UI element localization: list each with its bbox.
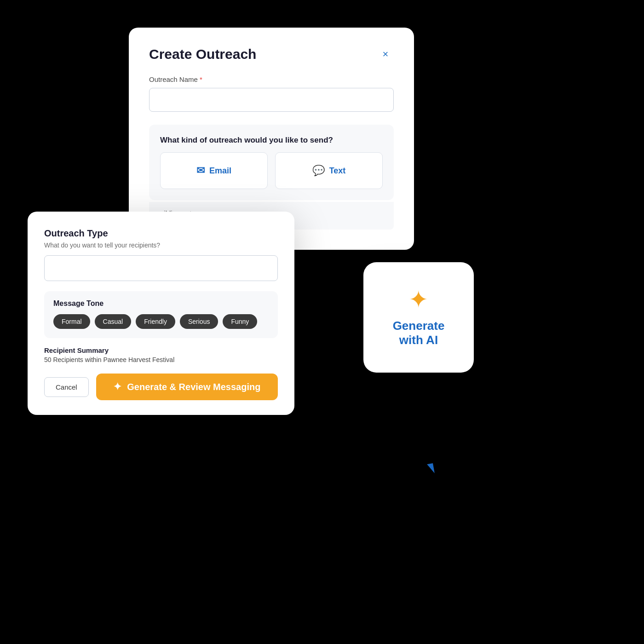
recipient-summary-value: 50 Recipients within Pawnee Harvest Fest… <box>44 356 278 363</box>
card-actions: Cancel ✦ Generate & Review Messaging <box>44 374 278 400</box>
generate-button[interactable]: ✦ Generate & Review Messaging <box>96 374 278 400</box>
recipient-summary: Recipient Summary 50 Recipients within P… <box>44 346 278 363</box>
tone-friendly[interactable]: Friendly <box>136 314 175 329</box>
tone-chips: Formal Casual Friendly Serious Funny <box>53 314 269 329</box>
outreach-type-card: Outreach Type What do you want to tell y… <box>28 212 294 415</box>
message-tone-section: Message Tone Formal Casual Friendly Seri… <box>44 291 278 338</box>
outreach-type-question: What kind of outreach would you like to … <box>160 136 383 145</box>
modal-title: Create Outreach <box>149 46 256 62</box>
ai-card-text: Generate with AI <box>393 319 445 347</box>
email-label: Email <box>209 166 231 176</box>
recipient-summary-label: Recipient Summary <box>44 346 278 354</box>
close-button[interactable]: × <box>377 46 394 63</box>
outreach-name-text: Outreach Name <box>149 75 198 83</box>
tone-funny[interactable]: Funny <box>223 314 257 329</box>
required-indicator: * <box>200 75 202 83</box>
mouse-cursor <box>427 463 435 474</box>
ai-card[interactable]: ✦ Generate with AI <box>363 262 474 373</box>
tone-formal[interactable]: Formal <box>53 314 90 329</box>
email-option[interactable]: ✉ Email <box>160 152 268 189</box>
card-subtitle: What do you want to tell your recipients… <box>44 242 278 249</box>
ai-sparkle-icon: ✦ <box>408 288 429 311</box>
text-icon: 💬 <box>312 165 325 177</box>
ai-text-line1: Generate <box>393 319 445 333</box>
tone-casual[interactable]: Casual <box>95 314 132 329</box>
message-textarea[interactable] <box>44 255 278 281</box>
outreach-type-section: What kind of outreach would you like to … <box>149 125 394 200</box>
tone-label: Message Tone <box>53 299 269 308</box>
ai-text-line2: with AI <box>399 333 438 347</box>
text-label: Text <box>329 166 346 176</box>
modal-header: Create Outreach × <box>149 46 394 63</box>
outreach-options: ✉ Email 💬 Text <box>160 152 383 189</box>
email-icon: ✉ <box>196 165 205 177</box>
cancel-button[interactable]: Cancel <box>44 377 89 397</box>
generate-sparkle-icon: ✦ <box>113 381 121 393</box>
text-option[interactable]: 💬 Text <box>275 152 383 189</box>
generate-label: Generate & Review Messaging <box>127 382 260 392</box>
outreach-name-input[interactable] <box>149 88 394 112</box>
card-title: Outreach Type <box>44 228 278 239</box>
outreach-name-label: Outreach Name * <box>149 75 394 83</box>
scene: Create Outreach × Outreach Name * What k… <box>0 0 644 644</box>
tone-serious[interactable]: Serious <box>180 314 218 329</box>
